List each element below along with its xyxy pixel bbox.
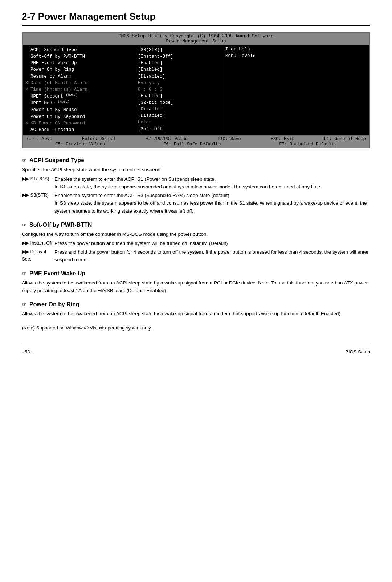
sub-entry: ▶▶ Instant-OffPress the power button and… (22, 239, 370, 247)
sub-entry: ▶▶ S3(STR)Enables the system to enter th… (22, 192, 370, 215)
row-value: [Disabled] (138, 112, 165, 119)
row-label: Date (of Month) Alarm (30, 80, 132, 86)
row-prefix (25, 66, 30, 73)
section-body: Configures the way to turn off the compu… (22, 230, 370, 264)
sub-text: Enables the system to enter the ACPI S1 … (54, 175, 370, 191)
section-intro: Specifies the ACPI sleep state when the … (22, 166, 370, 174)
row-prefix (25, 47, 30, 53)
footer-note-area: (Note) Supported on Windows® Vista® oper… (22, 325, 370, 354)
row-label: Power On By Mouse (30, 107, 132, 113)
bios-row: Soft-Off by PWR-BTTN (25, 53, 132, 60)
footer-esc: ESC: Exit (271, 136, 294, 142)
sub-continuation: In S1 sleep state, the system appears su… (54, 183, 370, 191)
row-value: [Instant-Off] (138, 53, 173, 60)
section-body: Specifies the ACPI sleep state when the … (22, 166, 370, 215)
section-heading-text: ACPI Suspend Type (29, 157, 84, 164)
section-heading: ☞PME Event Wake Up (22, 270, 370, 277)
footer-f6: F6: Fail-Safe Defaults (163, 142, 221, 147)
bios-help-right: Item Help Menu Level▶ (222, 46, 369, 134)
bios-row: ACPI Suspend Type (25, 47, 132, 53)
footer-right-label: BIOS Setup (345, 349, 370, 354)
bios-row: Power On by Ring (25, 66, 132, 73)
sub-bullet: ▶▶ Instant-Off (22, 239, 54, 247)
bios-value: Enter (138, 119, 219, 126)
sub-text: Enables the system to enter the ACPI S3 … (54, 192, 370, 215)
row-label: Soft-Off by PWR-BTTN (30, 53, 132, 60)
row-prefix (25, 107, 30, 113)
footer-f5: F5: Previous Values (55, 142, 105, 147)
bios-row: xKB Power ON Password (25, 120, 132, 127)
row-value: [Enabled] (138, 66, 163, 73)
row-prefix (25, 73, 30, 80)
bios-row: Power On By Mouse (25, 107, 132, 113)
sub-bullet: ▶▶ Delay 4 Sec. (22, 248, 54, 264)
bios-row: Resume by Alarm (25, 73, 132, 80)
item-help-text: Menu Level▶ (225, 53, 367, 58)
sub-text: Press the power button and then the syst… (54, 239, 370, 247)
bios-value: Everyday (138, 80, 219, 86)
row-value: [Enabled] (138, 93, 163, 99)
section-intro: Allows the system to be awakened from an… (22, 279, 370, 295)
row-value: [Disabled] (138, 73, 165, 80)
row-value: [Disabled] (138, 106, 165, 112)
row-prefix (25, 127, 30, 133)
bios-value: [S3(STR)] (138, 47, 219, 53)
section-body: Allows the system to be awakened from an… (22, 310, 370, 318)
row-prefix (25, 60, 30, 66)
row-label: AC Back Function (30, 127, 132, 133)
row-prefix: x (25, 120, 30, 127)
footer-f1: F1: General Help (324, 136, 366, 142)
row-value: 0 : 0 : 0 (138, 86, 163, 93)
section-heading-text: Power On by Ring (29, 301, 79, 308)
bios-body: ACPI Suspend Type Soft-Off by PWR-BTTN P… (23, 45, 369, 135)
section-intro: Configures the way to turn off the compu… (22, 230, 370, 238)
section-heading: ☞Soft-Off by PWR-BTTN (22, 222, 370, 228)
bios-row: HPET Mode (Note) (25, 100, 132, 107)
bios-values-middle: [S3(STR)][Instant-Off][Enabled][Enabled]… (135, 46, 222, 134)
page-footer: - 53 - BIOS Setup (22, 345, 370, 354)
section-pme-event-wake-up: ☞PME Event Wake UpAllows the system to b… (22, 270, 370, 295)
tel-icon: ☞ (22, 222, 26, 228)
sub-text: Press and hold the power button for 4 se… (54, 248, 370, 264)
section-heading: ☞Power On by Ring (22, 301, 370, 308)
item-help-title: Item Help (225, 47, 367, 52)
row-label: Resume by Alarm (30, 73, 132, 80)
footer-value: +/-/PU/PD: Value (146, 136, 188, 142)
sub-entry: ▶▶ Delay 4 Sec.Press and hold the power … (22, 248, 370, 264)
row-prefix: x (25, 80, 30, 86)
sub-bullet: ▶▶ S3(STR) (22, 192, 54, 215)
sub-entry: ▶▶ S1(POS)Enables the system to enter th… (22, 175, 370, 191)
tel-icon: ☞ (22, 271, 26, 276)
row-value: Enter (138, 119, 152, 126)
row-value: [S3(STR)] (138, 47, 163, 53)
row-label: HPET Support (Note) (30, 93, 132, 100)
sections-container: ☞ACPI Suspend TypeSpecifies the ACPI sle… (22, 157, 370, 318)
bios-row: AC Back Function (25, 127, 132, 133)
footer-f7: F7: Optimized Defaults (279, 142, 336, 147)
bios-value: 0 : 0 : 0 (138, 86, 219, 93)
bios-value: [Instant-Off] (138, 53, 219, 60)
bios-value: [Soft-Off] (138, 126, 219, 132)
tel-icon: ☞ (22, 157, 26, 163)
bios-value: [32-bit mode] (138, 99, 219, 106)
bios-value: [Enabled] (138, 60, 219, 66)
section-heading-text: PME Event Wake Up (29, 270, 85, 277)
page-title: 2-7 Power Management Setup (22, 11, 370, 26)
bios-row: Power On By Keyboard (25, 114, 132, 120)
bios-row: PME Event Wake Up (25, 60, 132, 66)
row-value: [32-bit mode] (138, 99, 173, 106)
bios-footer: ↑↓→←: Move Enter: Select +/-/PU/PD: Valu… (23, 135, 369, 148)
row-label: ACPI Suspend Type (30, 47, 132, 53)
bios-value: [Disabled] (138, 73, 219, 80)
row-label: HPET Mode (Note) (30, 100, 132, 107)
row-label: KB Power ON Password (30, 120, 132, 127)
bios-row: xDate (of Month) Alarm (25, 80, 132, 86)
section-heading: ☞ACPI Suspend Type (22, 157, 370, 164)
row-prefix (25, 93, 30, 100)
section-intro: Allows the system to be awakened from an… (22, 310, 370, 318)
bios-setup-box: CMOS Setup Utility-Copyright (C) 1984-20… (22, 32, 370, 148)
row-value: Everyday (138, 80, 160, 86)
section-heading-text: Soft-Off by PWR-BTTN (29, 222, 92, 228)
section-acpi-suspend-type: ☞ACPI Suspend TypeSpecifies the ACPI sle… (22, 157, 370, 215)
bios-value: [Enabled] (138, 66, 219, 73)
